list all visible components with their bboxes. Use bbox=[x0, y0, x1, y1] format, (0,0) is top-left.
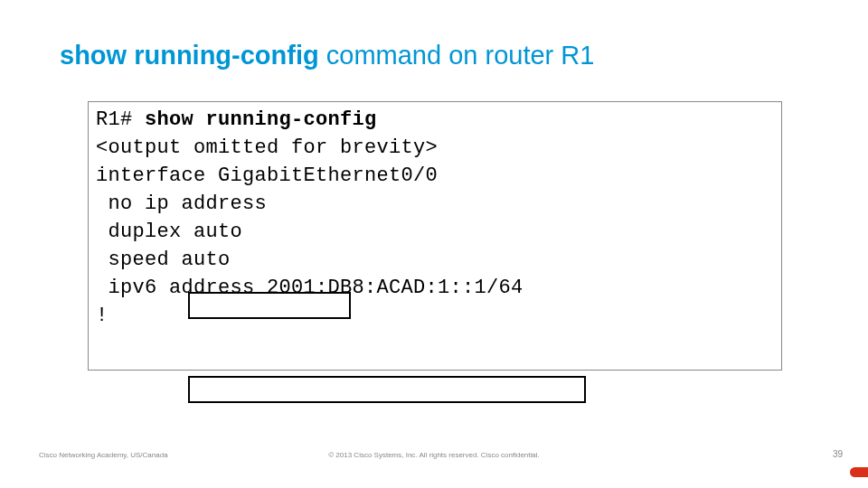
highlight-box-no-ip-address bbox=[188, 292, 351, 319]
title-rest: command on router R1 bbox=[319, 41, 595, 70]
code-line-2: <output omitted for brevity> bbox=[96, 134, 774, 162]
footer-center: © 2013 Cisco Systems, Inc. All rights re… bbox=[0, 451, 868, 459]
code-line-4: no ip address bbox=[96, 190, 774, 218]
code-line-5: duplex auto bbox=[96, 218, 774, 246]
code-output-box: R1# show running-config <output omitted … bbox=[88, 101, 782, 371]
title-bold: show running-config bbox=[60, 41, 319, 70]
highlight-box-ipv6-address bbox=[188, 376, 586, 403]
prompt: R1# bbox=[96, 108, 145, 131]
brand-accent-icon bbox=[850, 467, 868, 477]
code-line-6: speed auto bbox=[96, 246, 774, 274]
slide-title: show running-config command on router R1 bbox=[60, 42, 594, 70]
code-line-1: R1# show running-config bbox=[96, 106, 774, 134]
code-line-3: interface GigabitEthernet0/0 bbox=[96, 162, 774, 190]
page-number: 39 bbox=[833, 449, 843, 459]
command: show running-config bbox=[145, 108, 377, 131]
